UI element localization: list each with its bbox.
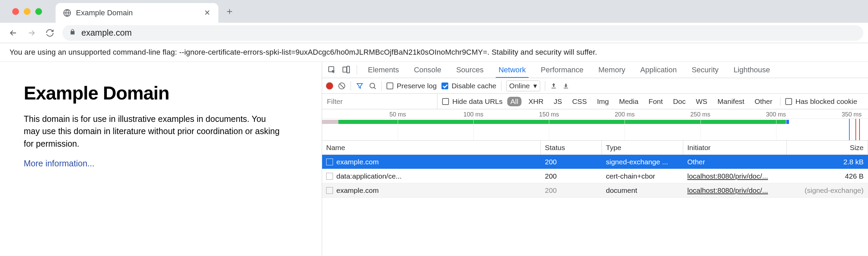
devtools-tab-security[interactable]: Security <box>684 62 726 78</box>
devtools-tab-console[interactable]: Console <box>407 62 449 78</box>
back-button[interactable] <box>5 24 22 41</box>
clear-button[interactable] <box>338 82 346 90</box>
table-header: Name Status Type Initiator Size <box>322 141 868 155</box>
col-initiator[interactable]: Initiator <box>683 141 787 154</box>
cell-status: 200 <box>541 155 602 169</box>
type-filter-other[interactable]: Other <box>751 97 775 106</box>
content-split: Example Domain This domain is for use in… <box>0 62 868 256</box>
globe-icon <box>63 9 71 17</box>
filter-bar: Hide data URLs AllXHRJSCSSImgMediaFontDo… <box>322 94 868 109</box>
preserve-log-label: Preserve log <box>397 82 437 90</box>
devtools-tab-application[interactable]: Application <box>633 62 684 78</box>
type-filter-manifest[interactable]: Manifest <box>714 97 747 106</box>
file-icon <box>326 173 333 180</box>
col-size[interactable]: Size <box>787 141 868 154</box>
preserve-log-checkbox[interactable]: Preserve log <box>387 82 437 90</box>
type-filter-all[interactable]: All <box>507 97 521 106</box>
page-paragraph: This domain is for use in illustrative e… <box>24 113 281 150</box>
type-filter-js[interactable]: JS <box>551 97 565 106</box>
close-tab-button[interactable]: ✕ <box>203 7 212 19</box>
devtools-tab-lighthouse[interactable]: Lighthouse <box>726 62 777 78</box>
svg-rect-7 <box>564 88 568 88</box>
new-tab-button[interactable] <box>222 4 237 19</box>
devtools-tabbar: ElementsConsoleSourcesNetworkPerformance… <box>322 62 868 78</box>
tab-title: Example Domain <box>76 8 198 17</box>
file-icon <box>326 187 333 194</box>
upload-har-icon[interactable] <box>550 82 557 90</box>
minimize-window-button[interactable] <box>24 8 31 15</box>
cell-status: 200 <box>541 183 602 197</box>
table-row[interactable]: data:application/ce...200cert-chain+cbor… <box>322 169 868 183</box>
download-har-icon[interactable] <box>562 82 570 90</box>
search-icon[interactable] <box>369 82 377 90</box>
type-filter-xhr[interactable]: XHR <box>526 97 547 106</box>
cell-type: cert-chain+cbor <box>602 169 683 183</box>
type-filter-media[interactable]: Media <box>616 97 642 106</box>
cell-size: 2.8 kB <box>787 155 868 169</box>
network-toolbar: Preserve log Disable cache Online ▾ <box>322 78 868 94</box>
page-heading: Example Domain <box>24 82 301 104</box>
browser-tab-strip: Example Domain ✕ <box>0 0 868 23</box>
hide-data-urls-label: Hide data URLs <box>452 97 502 106</box>
url-text: example.com <box>81 28 132 38</box>
record-button[interactable] <box>326 83 333 89</box>
throttling-value: Online <box>509 82 530 90</box>
type-filter-img[interactable]: Img <box>594 97 612 106</box>
cell-size: (signed-exchange) <box>787 183 868 197</box>
maximize-window-button[interactable] <box>35 8 42 15</box>
filter-input-box[interactable] <box>322 94 437 109</box>
cell-initiator: localhost:8080/priv/doc/... <box>683 169 787 183</box>
cell-initiator: Other <box>683 155 787 169</box>
has-blocked-label: Has blocked cookie <box>795 97 857 106</box>
devtools-tab-sources[interactable]: Sources <box>449 62 491 78</box>
throttling-select[interactable]: Online ▾ <box>506 80 540 91</box>
col-status[interactable]: Status <box>541 141 602 154</box>
hide-data-urls-checkbox[interactable]: Hide data URLs <box>442 97 502 106</box>
svg-point-5 <box>370 83 375 88</box>
more-information-link[interactable]: More information... <box>24 159 94 168</box>
devtools-tab-network[interactable]: Network <box>491 62 533 78</box>
cell-name: data:application/ce... <box>336 172 402 180</box>
filter-input[interactable] <box>327 97 432 106</box>
devtools-panel: ElementsConsoleSourcesNetworkPerformance… <box>322 62 868 256</box>
col-type[interactable]: Type <box>602 141 683 154</box>
close-window-button[interactable] <box>12 8 19 15</box>
cell-initiator: localhost:8080/priv/doc/... <box>683 183 787 197</box>
has-blocked-cookies-checkbox[interactable]: Has blocked cookie <box>785 97 857 106</box>
device-toolbar-icon[interactable] <box>339 63 353 77</box>
devtools-tab-performance[interactable]: Performance <box>533 62 591 78</box>
window-controls <box>12 8 42 15</box>
svg-rect-6 <box>551 88 556 88</box>
forward-button[interactable] <box>23 24 40 41</box>
active-tab[interactable]: Example Domain ✕ <box>56 3 218 23</box>
cell-status: 200 <box>541 169 602 183</box>
devtools-tab-elements[interactable]: Elements <box>360 62 407 78</box>
address-bar[interactable]: example.com <box>62 25 863 41</box>
file-icon <box>326 159 333 165</box>
warning-bar: You are using an unsupported command-lin… <box>0 43 868 62</box>
type-filter-css[interactable]: CSS <box>569 97 590 106</box>
table-row[interactable]: example.com200signed-exchange ...Other2.… <box>322 155 868 169</box>
chevron-down-icon: ▾ <box>533 82 537 90</box>
table-row[interactable]: example.com200documentlocalhost:8080/pri… <box>322 183 868 198</box>
type-filter-ws[interactable]: WS <box>693 97 710 106</box>
disable-cache-label: Disable cache <box>452 82 496 90</box>
svg-rect-3 <box>347 66 350 73</box>
cell-type: signed-exchange ... <box>602 155 683 169</box>
cell-size: 426 B <box>787 169 868 183</box>
reload-button[interactable] <box>41 24 58 41</box>
col-name[interactable]: Name <box>322 141 541 154</box>
network-table: Name Status Type Initiator Size example.… <box>322 141 868 256</box>
cell-name: example.com <box>336 186 379 195</box>
network-timeline[interactable]: 50 ms100 ms150 ms200 ms250 ms300 ms350 m… <box>322 109 868 141</box>
svg-rect-2 <box>343 67 347 72</box>
type-filter-doc[interactable]: Doc <box>670 97 689 106</box>
type-filter-font[interactable]: Font <box>646 97 666 106</box>
browser-toolbar: example.com <box>0 23 868 43</box>
disable-cache-checkbox[interactable]: Disable cache <box>441 82 496 90</box>
devtools-tab-memory[interactable]: Memory <box>591 62 633 78</box>
inspect-element-icon[interactable] <box>325 63 339 77</box>
filter-icon[interactable] <box>356 82 364 90</box>
cell-type: document <box>602 183 683 197</box>
lock-icon <box>69 29 76 37</box>
